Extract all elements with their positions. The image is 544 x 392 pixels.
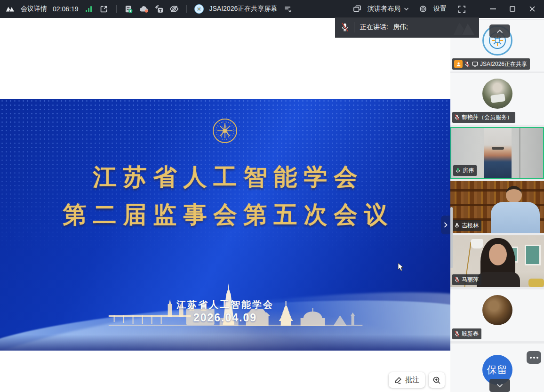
minimize-button[interactable] — [486, 3, 500, 15]
mic-muted-icon — [454, 114, 460, 120]
meeting-details-button[interactable]: 会议详情 — [21, 5, 47, 13]
document-icon[interactable] — [124, 4, 134, 14]
open-window-icon[interactable] — [99, 4, 109, 14]
app-logo — [6, 4, 15, 14]
mouse-cursor — [398, 263, 405, 274]
avatar-text: 保留 — [487, 363, 508, 376]
layout-icon — [352, 4, 362, 14]
scroll-down-button[interactable] — [489, 379, 510, 392]
participant-name: 殷新春 — [462, 330, 479, 338]
avatar — [482, 295, 512, 325]
caption-icon[interactable] — [154, 4, 164, 14]
share-list-dropdown-icon[interactable] — [283, 4, 292, 14]
slide-emblem-icon — [212, 118, 238, 146]
participant-tile-fangwei[interactable]: 房伟 — [450, 127, 544, 179]
meeting-window: 会议详情 02:06:19 — [0, 0, 544, 392]
participants-scrollbar[interactable] — [450, 207, 453, 268]
maximize-button[interactable] — [505, 3, 520, 15]
speaking-toast: 正在讲话: 房伟; — [335, 17, 479, 38]
mic-muted-icon — [454, 331, 460, 337]
sidebar-expand-tab[interactable] — [441, 216, 450, 234]
participant-tile-jigenlin[interactable]: 吉根林 — [450, 181, 544, 233]
topbar: 会议详情 02:06:19 — [0, 0, 544, 18]
cloud-icon[interactable] — [139, 4, 149, 14]
mic-muted-icon — [341, 23, 349, 32]
annotate-label: 批注 — [405, 376, 419, 384]
participant-name-bar: JSAI2026正在共享 — [452, 58, 530, 70]
participant-name: 马丽萍 — [462, 276, 479, 284]
slide-title-line1: 江苏省人工智能学会 — [0, 161, 450, 193]
mic-muted-icon — [464, 61, 470, 67]
scroll-up-button[interactable] — [489, 24, 510, 38]
participant-tile-maliping[interactable]: 马丽萍 — [450, 235, 544, 287]
close-button[interactable] — [525, 3, 539, 15]
zoom-in-button[interactable] — [429, 372, 445, 388]
host-badge-icon — [454, 60, 463, 68]
screen-share-icon — [472, 61, 478, 67]
participants-sidebar: JSAI2026正在共享 郁艳萍（会员服务） 房伟 — [450, 19, 544, 392]
participant-tile-yuyanping[interactable]: 郁艳萍（会员服务） — [450, 73, 544, 125]
slide-title-line2: 第二届监事会第五次会议 — [0, 199, 450, 231]
shared-screen-slide: 江苏省人工智能学会 第二届监事会第五次会议 — [0, 99, 450, 351]
gear-icon[interactable] — [418, 4, 428, 14]
participant-name-bar: 殷新春 — [452, 328, 481, 339]
network-signal-icon[interactable] — [84, 4, 94, 14]
participant-tile-yinxinchun[interactable]: 殷新春 — [450, 289, 544, 341]
slide-tools: 批注 — [389, 372, 445, 388]
bottom-shade — [0, 335, 450, 351]
mic-active-icon — [455, 168, 461, 174]
jsai-logo — [194, 4, 204, 14]
annotate-button[interactable]: 批注 — [389, 372, 425, 388]
watermark-logo-icon — [452, 19, 476, 38]
more-options-button[interactable] — [527, 351, 541, 364]
mic-on-icon — [454, 223, 460, 229]
speaking-label: 正在讲话: — [360, 23, 388, 32]
participant-name: 郁艳萍（会员服务） — [462, 113, 512, 121]
participant-name: 吉根林 — [462, 222, 479, 230]
chevron-down-icon[interactable] — [403, 4, 409, 14]
participant-name-bar: 房伟 — [453, 165, 477, 176]
participant-name-bar: 郁艳萍（会员服务） — [452, 112, 515, 123]
speaking-names: 房伟; — [393, 23, 408, 32]
slide-footer-date: 2026.04.09 — [0, 312, 450, 324]
avatar — [482, 79, 512, 109]
mic-muted-icon — [454, 277, 460, 283]
participant-name-bar: 马丽萍 — [452, 274, 481, 285]
participant-name-bar: 吉根林 — [452, 220, 481, 231]
layout-selector[interactable]: 演讲者布局 — [368, 5, 400, 13]
participant-name: 房伟 — [463, 167, 474, 175]
meeting-timer: 02:06:19 — [53, 5, 79, 13]
settings-button[interactable]: 设置 — [433, 5, 447, 13]
fullscreen-icon[interactable] — [457, 4, 466, 14]
slide-footer-org: 江苏省人工智能学会 — [0, 298, 450, 311]
sharing-title: JSAI2026正在共享屏幕 — [209, 5, 278, 13]
hide-view-icon[interactable] — [169, 4, 179, 14]
participant-name: JSAI2026正在共享 — [480, 60, 527, 68]
